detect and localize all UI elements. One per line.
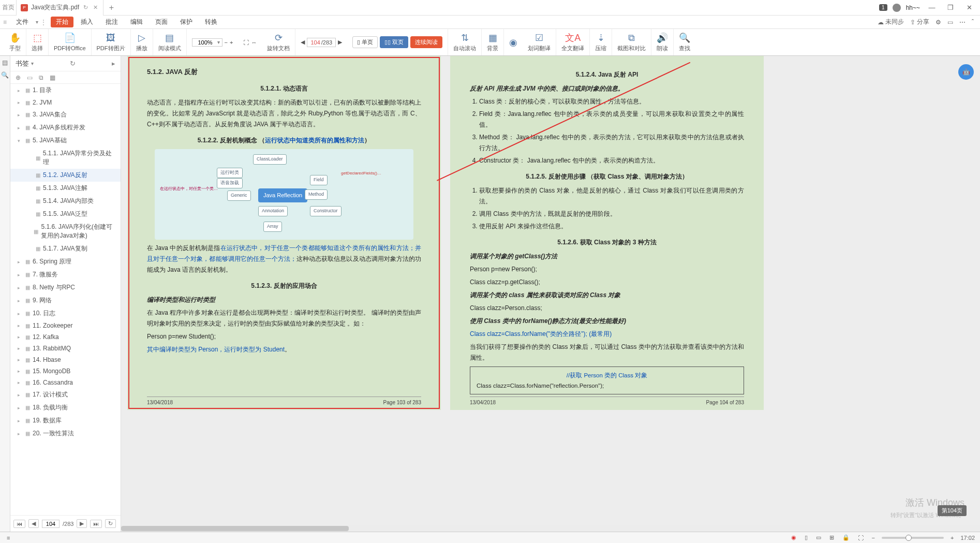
status-record-icon[interactable]: ◉: [790, 534, 798, 541]
tool-read-aloud[interactable]: 🔊朗读: [651, 29, 674, 55]
app-menu-icon[interactable]: ≡: [3, 19, 9, 26]
menu-start[interactable]: 开始: [51, 17, 73, 27]
tab-document[interactable]: P Java突击宝典.pdf ↻ ✕: [17, 0, 103, 16]
tool-eyecare[interactable]: ◉: [504, 29, 523, 55]
strip-search-icon[interactable]: 🔍: [1, 71, 9, 79]
bookmark-item[interactable]: ▸▦11. Zookeeper: [10, 320, 121, 331]
bookmark-item[interactable]: ▦5.1.5. JAVA泛型: [10, 208, 121, 221]
sb-icon-2[interactable]: ▭: [27, 74, 33, 81]
bookmark-item[interactable]: ▦5.1.4. JAVA内部类: [10, 195, 121, 208]
tool-translate-word[interactable]: ☑划词翻译: [523, 29, 556, 55]
page-next[interactable]: ▶: [338, 39, 342, 46]
bookmark-item[interactable]: ▸▦14. Hbase: [10, 354, 121, 365]
bookmark-item[interactable]: ▸▦6. Spring 原理: [10, 255, 121, 268]
tool-compress[interactable]: ⇣压缩: [590, 29, 612, 55]
nav-page-input[interactable]: [42, 520, 60, 528]
bookmark-item[interactable]: ▦5.1.6. JAVA序列化(创建可复用的Java对象): [10, 221, 121, 242]
menu-protect[interactable]: 保护: [175, 17, 198, 27]
menu-page[interactable]: 页面: [150, 17, 173, 27]
nav-first[interactable]: ⏮: [13, 520, 25, 528]
menu-convert[interactable]: 转换: [200, 17, 222, 27]
bookmark-item[interactable]: ▸▦2. JVM: [10, 97, 121, 108]
zoom-in[interactable]: +: [230, 39, 233, 46]
inbox-icon[interactable]: ▭: [947, 19, 953, 26]
bookmark-item[interactable]: ▸▦8. Netty 与RPC: [10, 281, 121, 294]
tool-compare[interactable]: ⧉截图和对比: [612, 29, 651, 55]
window-close[interactable]: ✕: [962, 4, 976, 11]
tool-select[interactable]: ⬚选择: [26, 29, 49, 55]
menu-file[interactable]: 文件: [11, 17, 34, 27]
tool-play[interactable]: ▷播放: [131, 29, 153, 55]
tool-autoscroll[interactable]: ⇅自动滚动: [448, 29, 482, 55]
tool-pdf-office[interactable]: 📄PDF转Office: [49, 29, 92, 55]
tool-rotate[interactable]: ⟳旋转文档: [262, 29, 295, 55]
tool-find[interactable]: 🔍查找: [674, 29, 695, 55]
bookmark-item[interactable]: ▸▦19. 数据库: [10, 414, 121, 427]
view-continuous[interactable]: 连续阅读: [410, 36, 442, 48]
view-single[interactable]: ▯ 单页: [352, 36, 378, 48]
bookmark-item[interactable]: ▸▦3. JAVA集合: [10, 108, 121, 121]
status-view3-icon[interactable]: ⊞: [828, 534, 836, 541]
zoom-out[interactable]: −: [225, 39, 228, 46]
bookmark-item[interactable]: ▦5.1.2. JAVA反射: [10, 169, 121, 182]
status-fullscreen-icon[interactable]: ⛶: [856, 535, 865, 541]
zoom-input[interactable]: [195, 39, 216, 46]
collapse-ribbon-icon[interactable]: ˆ: [972, 19, 974, 26]
page-box[interactable]: 104/283: [307, 38, 336, 47]
menu-insert[interactable]: 插入: [76, 17, 98, 27]
window-minimize[interactable]: —: [925, 4, 939, 11]
tool-hand[interactable]: ✋手型: [4, 29, 26, 55]
page-prev[interactable]: ◀: [301, 39, 305, 46]
bookmark-item[interactable]: ▸▦18. 负载均衡: [10, 401, 121, 414]
bookmark-item[interactable]: ▸▦7. 微服务: [10, 268, 121, 281]
horizontal-scrollbar[interactable]: [121, 525, 980, 532]
window-restore[interactable]: ❐: [944, 4, 957, 11]
tab-home[interactable]: 首页: [0, 0, 17, 16]
bookmark-item[interactable]: ▸▦20. 一致性算法: [10, 427, 121, 440]
tab-refresh-icon[interactable]: ↻: [82, 4, 89, 11]
tool-pdf-image[interactable]: 🖼PDF转图片: [92, 29, 131, 55]
nav-next[interactable]: ▶: [77, 519, 87, 528]
bookmark-item[interactable]: ▸▦9. 网络: [10, 294, 121, 307]
bookmark-item[interactable]: ▸▦4. JAVA多线程并发: [10, 121, 121, 134]
status-view2-icon[interactable]: ▭: [814, 534, 823, 541]
bookmark-item[interactable]: ▦5.1.7. JAVA复制: [10, 242, 121, 255]
menu-edit[interactable]: 编辑: [125, 17, 148, 27]
nav-last[interactable]: ⏭: [90, 520, 102, 528]
document-viewport[interactable]: 🤖 5.1.2. JAVA 反射 5.1.2.1. 动态语言 动态语言，是指程序…: [121, 56, 980, 532]
tool-translate-full[interactable]: 文A全文翻译: [556, 29, 590, 55]
strip-toc-icon[interactable]: ▤: [2, 59, 8, 66]
sb-icon-4[interactable]: ▦: [50, 74, 55, 81]
zoom-box[interactable]: ▾: [192, 38, 222, 47]
tab-close-icon[interactable]: ✕: [92, 4, 99, 11]
zoom-slider[interactable]: [882, 537, 944, 539]
zoom-plus[interactable]: +: [949, 535, 955, 541]
menu-annotate[interactable]: 批注: [100, 17, 123, 27]
notification-badge[interactable]: 1: [879, 4, 887, 11]
tab-add[interactable]: +: [103, 3, 119, 12]
nav-more[interactable]: ↻: [105, 519, 116, 528]
bookmark-item[interactable]: ▸▦10. 日志: [10, 307, 121, 320]
more-icon[interactable]: ⋯: [959, 19, 966, 26]
view-double[interactable]: ▯▯ 双页: [380, 36, 408, 48]
status-lock-icon[interactable]: 🔒: [841, 534, 851, 541]
tool-reading-mode[interactable]: ▤阅读模式: [153, 29, 187, 55]
menu-sync[interactable]: ☁ 未同步: [878, 18, 904, 26]
bookmark-item[interactable]: ▸▦16. Cassandra: [10, 377, 121, 388]
bookmark-item[interactable]: ▸▦1. 目录: [10, 84, 121, 97]
bookmark-item[interactable]: ▸▦15. MongoDB: [10, 365, 121, 377]
bookmark-item[interactable]: ▸▦13. RabbitMQ: [10, 343, 121, 354]
status-menu-icon[interactable]: ≡: [5, 535, 11, 541]
fit-page-icon[interactable]: ⛶: [243, 39, 249, 46]
nav-prev[interactable]: ◀: [28, 519, 39, 528]
menu-share[interactable]: ⇪ 分享: [910, 18, 929, 26]
sb-icon-1[interactable]: ⊕: [16, 74, 21, 81]
status-view1-icon[interactable]: ▯: [803, 534, 809, 541]
settings-icon[interactable]: ⚙: [936, 19, 941, 26]
tool-background[interactable]: ▦背景: [482, 29, 504, 55]
bookmark-item[interactable]: ▦5.1.3. JAVA注解: [10, 182, 121, 195]
assistant-float-button[interactable]: 🤖: [958, 64, 974, 80]
bookmark-item[interactable]: ▦5.1.1. JAVA异常分类及处理: [10, 147, 121, 169]
sidebar-close-icon[interactable]: ▸: [112, 60, 115, 67]
sidebar-refresh-icon[interactable]: ↻: [70, 60, 76, 67]
